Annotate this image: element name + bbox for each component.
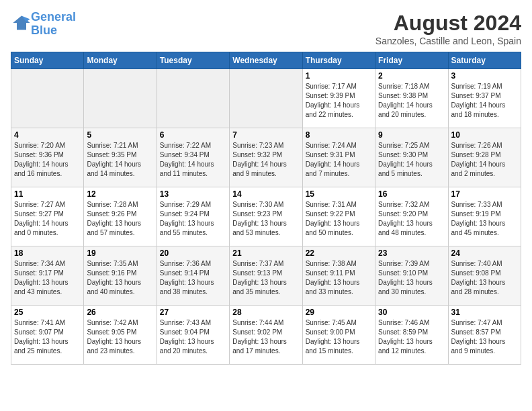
cell-info: Sunrise: 7:25 AM Sunset: 9:30 PM Dayligh…: [378, 141, 445, 179]
cell-info: Sunrise: 7:32 AM Sunset: 9:20 PM Dayligh…: [378, 200, 445, 238]
day-number: 31: [451, 308, 518, 317]
weekday-header: Tuesday: [157, 52, 229, 69]
cell-info: Sunrise: 7:29 AM Sunset: 9:24 PM Dayligh…: [160, 200, 226, 238]
week-row: 25Sunrise: 7:41 AM Sunset: 9:07 PM Dayli…: [11, 306, 521, 365]
cell-info: Sunrise: 7:28 AM Sunset: 9:26 PM Dayligh…: [87, 200, 153, 238]
page-header: General Blue August 2024 Sanzoles, Casti…: [11, 11, 521, 46]
weekday-header-row: SundayMondayTuesdayWednesdayThursdayFrid…: [11, 52, 521, 69]
cell-info: Sunrise: 7:37 AM Sunset: 9:13 PM Dayligh…: [232, 259, 299, 297]
cell-info: Sunrise: 7:20 AM Sunset: 9:36 PM Dayligh…: [14, 141, 81, 179]
day-number: 26: [87, 308, 153, 317]
calendar-cell: 15Sunrise: 7:31 AM Sunset: 9:22 PM Dayli…: [302, 187, 375, 246]
calendar-cell: 22Sunrise: 7:38 AM Sunset: 9:11 PM Dayli…: [302, 246, 375, 306]
logo-blue: Blue: [31, 24, 57, 37]
calendar-cell: [157, 69, 229, 128]
weekday-header: Saturday: [448, 52, 521, 69]
calendar-cell: 10Sunrise: 7:26 AM Sunset: 9:28 PM Dayli…: [448, 128, 521, 187]
day-number: 18: [14, 248, 81, 258]
calendar-cell: 19Sunrise: 7:35 AM Sunset: 9:16 PM Dayli…: [84, 246, 157, 306]
calendar-cell: 11Sunrise: 7:27 AM Sunset: 9:27 PM Dayli…: [11, 187, 84, 246]
cell-info: Sunrise: 7:36 AM Sunset: 9:14 PM Dayligh…: [160, 259, 226, 297]
cell-info: Sunrise: 7:19 AM Sunset: 9:37 PM Dayligh…: [451, 82, 518, 120]
day-number: 24: [451, 248, 518, 258]
calendar-cell: 7Sunrise: 7:23 AM Sunset: 9:32 PM Daylig…: [230, 128, 302, 187]
calendar-cell: [11, 69, 84, 128]
day-number: 6: [160, 130, 226, 140]
day-number: 11: [14, 189, 81, 199]
cell-info: Sunrise: 7:40 AM Sunset: 9:08 PM Dayligh…: [451, 259, 518, 297]
logo: General Blue: [11, 11, 76, 38]
day-number: 20: [160, 248, 226, 258]
day-number: 9: [378, 130, 445, 140]
cell-info: Sunrise: 7:38 AM Sunset: 9:11 PM Dayligh…: [306, 259, 372, 297]
day-number: 16: [378, 189, 445, 199]
calendar-cell: 13Sunrise: 7:29 AM Sunset: 9:24 PM Dayli…: [157, 187, 229, 246]
cell-info: Sunrise: 7:41 AM Sunset: 9:07 PM Dayligh…: [14, 318, 81, 356]
cell-info: Sunrise: 7:22 AM Sunset: 9:34 PM Dayligh…: [160, 141, 226, 179]
weekday-header: Wednesday: [230, 52, 302, 69]
calendar-cell: 14Sunrise: 7:30 AM Sunset: 9:23 PM Dayli…: [230, 187, 302, 246]
cell-info: Sunrise: 7:17 AM Sunset: 9:39 PM Dayligh…: [306, 82, 372, 120]
day-number: 3: [451, 71, 518, 81]
day-number: 21: [232, 248, 299, 258]
cell-info: Sunrise: 7:45 AM Sunset: 9:00 PM Dayligh…: [306, 318, 372, 356]
day-number: 4: [14, 130, 81, 140]
calendar-cell: 5Sunrise: 7:21 AM Sunset: 9:35 PM Daylig…: [84, 128, 157, 187]
location: Sanzoles, Castille and Leon, Spain: [375, 36, 521, 46]
day-number: 25: [14, 308, 81, 317]
day-number: 14: [232, 189, 299, 199]
calendar-cell: 26Sunrise: 7:42 AM Sunset: 9:05 PM Dayli…: [84, 306, 157, 365]
calendar-cell: 25Sunrise: 7:41 AM Sunset: 9:07 PM Dayli…: [11, 306, 84, 365]
weekday-header: Monday: [84, 52, 157, 69]
calendar-cell: 27Sunrise: 7:43 AM Sunset: 9:04 PM Dayli…: [157, 306, 229, 365]
cell-info: Sunrise: 7:34 AM Sunset: 9:17 PM Dayligh…: [14, 259, 81, 297]
day-number: 19: [87, 248, 153, 258]
weekday-header: Thursday: [302, 52, 375, 69]
cell-info: Sunrise: 7:27 AM Sunset: 9:27 PM Dayligh…: [14, 200, 81, 238]
weekday-header: Friday: [375, 52, 448, 69]
calendar-cell: 20Sunrise: 7:36 AM Sunset: 9:14 PM Dayli…: [157, 246, 229, 306]
calendar-cell: 23Sunrise: 7:39 AM Sunset: 9:10 PM Dayli…: [375, 246, 448, 306]
calendar-cell: [84, 69, 157, 128]
calendar-cell: 24Sunrise: 7:40 AM Sunset: 9:08 PM Dayli…: [448, 246, 521, 306]
calendar-cell: [230, 69, 302, 128]
calendar-cell: 4Sunrise: 7:20 AM Sunset: 9:36 PM Daylig…: [11, 128, 84, 187]
week-row: 1Sunrise: 7:17 AM Sunset: 9:39 PM Daylig…: [11, 69, 521, 128]
day-number: 10: [451, 130, 518, 140]
day-number: 15: [306, 189, 372, 199]
calendar-cell: 21Sunrise: 7:37 AM Sunset: 9:13 PM Dayli…: [230, 246, 302, 306]
day-number: 27: [160, 308, 226, 317]
calendar-cell: 6Sunrise: 7:22 AM Sunset: 9:34 PM Daylig…: [157, 128, 229, 187]
day-number: 28: [232, 308, 299, 317]
title-block: August 2024 Sanzoles, Castille and Leon,…: [375, 11, 521, 46]
cell-info: Sunrise: 7:43 AM Sunset: 9:04 PM Dayligh…: [160, 318, 226, 356]
calendar-cell: 1Sunrise: 7:17 AM Sunset: 9:39 PM Daylig…: [302, 69, 375, 128]
cell-info: Sunrise: 7:18 AM Sunset: 9:38 PM Dayligh…: [378, 82, 445, 120]
cell-info: Sunrise: 7:35 AM Sunset: 9:16 PM Dayligh…: [87, 259, 153, 297]
calendar-cell: 29Sunrise: 7:45 AM Sunset: 9:00 PM Dayli…: [302, 306, 375, 365]
week-row: 4Sunrise: 7:20 AM Sunset: 9:36 PM Daylig…: [11, 128, 521, 187]
day-number: 12: [87, 189, 153, 199]
cell-info: Sunrise: 7:31 AM Sunset: 9:22 PM Dayligh…: [306, 200, 372, 238]
day-number: 29: [306, 308, 372, 317]
cell-info: Sunrise: 7:24 AM Sunset: 9:31 PM Dayligh…: [306, 141, 372, 179]
day-number: 17: [451, 189, 518, 199]
day-number: 8: [306, 130, 372, 140]
day-number: 30: [378, 308, 445, 317]
day-number: 22: [306, 248, 372, 258]
week-row: 18Sunrise: 7:34 AM Sunset: 9:17 PM Dayli…: [11, 246, 521, 306]
day-number: 2: [378, 71, 445, 81]
day-number: 7: [232, 130, 299, 140]
cell-info: Sunrise: 7:23 AM Sunset: 9:32 PM Dayligh…: [232, 141, 299, 179]
calendar-cell: 18Sunrise: 7:34 AM Sunset: 9:17 PM Dayli…: [11, 246, 84, 306]
weekday-header: Sunday: [11, 52, 84, 69]
day-number: 23: [378, 248, 445, 258]
cell-info: Sunrise: 7:26 AM Sunset: 9:28 PM Dayligh…: [451, 141, 518, 179]
cell-info: Sunrise: 7:30 AM Sunset: 9:23 PM Dayligh…: [232, 200, 299, 238]
calendar-cell: 28Sunrise: 7:44 AM Sunset: 9:02 PM Dayli…: [230, 306, 302, 365]
calendar-cell: 30Sunrise: 7:46 AM Sunset: 8:59 PM Dayli…: [375, 306, 448, 365]
calendar-cell: 2Sunrise: 7:18 AM Sunset: 9:38 PM Daylig…: [375, 69, 448, 128]
logo-icon: [12, 13, 31, 32]
calendar-cell: 9Sunrise: 7:25 AM Sunset: 9:30 PM Daylig…: [375, 128, 448, 187]
day-number: 13: [160, 189, 226, 199]
